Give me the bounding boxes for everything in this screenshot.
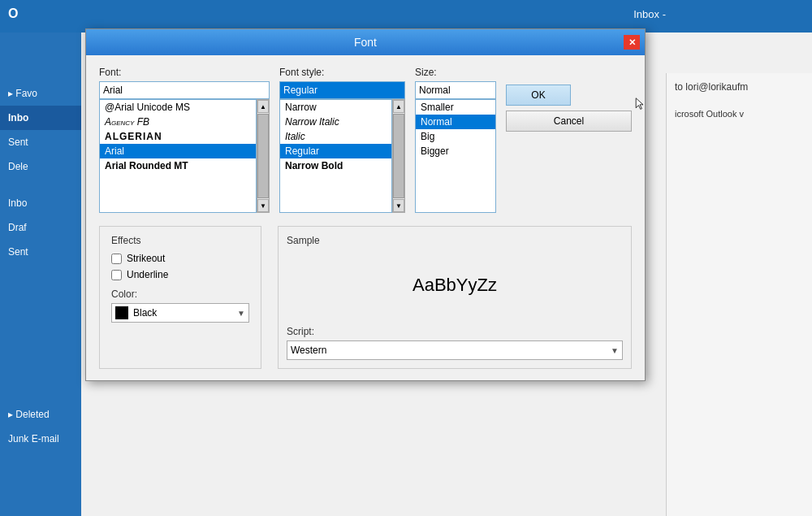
list-item-bigger[interactable]: Bigger xyxy=(416,144,495,158)
buttons-column: OK Cancel xyxy=(506,67,632,213)
font-list-wrap: @Arial Unicode MS Agency FB ALGERIAN Ari… xyxy=(99,99,270,213)
outlook-logo: O xyxy=(8,7,18,21)
list-item-italic[interactable]: Italic xyxy=(280,129,391,144)
list-item[interactable]: Arial Rounded MT xyxy=(100,158,256,173)
dialog-titlebar: Font ✕ xyxy=(86,29,645,55)
sidebar: ▸ Favo Inbo Sent Dele Inbo Draf Sent ▸ D… xyxy=(0,33,81,516)
font-list[interactable]: @Arial Unicode MS Agency FB ALGERIAN Ari… xyxy=(99,99,257,213)
size-column: Size: Smaller Normal Big Bigger xyxy=(415,67,496,213)
scrollbar-down[interactable]: ▼ xyxy=(257,199,269,212)
strikeout-label: Strikeout xyxy=(127,253,165,264)
script-select[interactable]: Western ▼ xyxy=(287,340,623,360)
style-label: Font style: xyxy=(279,67,405,78)
strikeout-row: Strikeout xyxy=(111,253,249,264)
dialog-body: Font: @Arial Unicode MS Agency FB ALGERI… xyxy=(86,55,645,380)
sample-box: Sample AaBbYyZz Script: Western ▼ xyxy=(278,226,632,369)
list-item[interactable]: @Arial Unicode MS xyxy=(100,100,256,115)
sample-label: Sample xyxy=(287,235,623,246)
sidebar-item-deleted2[interactable]: ▸ Deleted xyxy=(0,402,81,427)
list-item-normal[interactable]: Normal xyxy=(416,115,495,129)
scrollbar-up[interactable]: ▲ xyxy=(393,100,404,113)
style-column: Font style: Narrow Narrow Italic Italic … xyxy=(279,67,405,213)
script-section: Script: Western ▼ xyxy=(287,326,623,360)
sample-display: AaBbYyZz xyxy=(287,253,623,318)
underline-row: Underline xyxy=(111,269,249,280)
cancel-button[interactable]: Cancel xyxy=(506,111,632,132)
sidebar-item-junk[interactable]: Junk E-mail xyxy=(0,427,81,451)
font-column: Font: @Arial Unicode MS Agency FB ALGERI… xyxy=(99,67,270,213)
size-label: Size: xyxy=(415,67,496,78)
scrollbar-up[interactable]: ▲ xyxy=(257,100,269,113)
list-item-big[interactable]: Big xyxy=(416,129,495,144)
color-row: Color: Black ▼ xyxy=(111,288,249,323)
list-item-narrow-italic[interactable]: Narrow Italic xyxy=(280,115,391,129)
dialog-title: Font xyxy=(354,36,377,49)
bottom-section: Effects Strikeout Underline Color: Black… xyxy=(99,226,632,369)
script-label: Script: xyxy=(287,326,623,337)
style-list-wrap: Narrow Narrow Italic Italic Regular Narr… xyxy=(279,99,405,213)
style-scrollbar[interactable]: ▲ ▼ xyxy=(392,99,405,213)
style-input[interactable] xyxy=(279,81,405,99)
underline-checkbox[interactable] xyxy=(111,270,122,280)
inbox-title: Inbox - xyxy=(633,8,666,20)
sidebar-item-inbox[interactable]: Inbo xyxy=(0,106,81,130)
underline-label: Underline xyxy=(127,269,168,280)
sidebar-item-deleted[interactable]: Dele xyxy=(0,154,81,179)
list-item-narrow[interactable]: Narrow xyxy=(280,100,391,115)
color-swatch xyxy=(115,306,128,319)
font-input[interactable] xyxy=(99,81,270,99)
list-item[interactable]: Agency FB xyxy=(100,115,256,129)
cursor-icon xyxy=(633,98,646,111)
effects-label: Effects xyxy=(111,235,249,246)
sample-text: AaBbYyZz xyxy=(412,275,497,296)
list-item-regular[interactable]: Regular xyxy=(280,144,391,158)
sidebar-item-inbox2[interactable]: Inbo xyxy=(0,191,81,215)
color-label: Color: xyxy=(111,288,249,300)
color-value: Black xyxy=(133,307,157,319)
close-button[interactable]: ✕ xyxy=(624,35,640,50)
sidebar-item-sent2[interactable]: Sent xyxy=(0,240,81,264)
list-item-smaller[interactable]: Smaller xyxy=(416,100,495,115)
sidebar-item-sent[interactable]: Sent xyxy=(0,130,81,154)
chevron-down-icon: ▼ xyxy=(611,346,619,355)
size-list[interactable]: Smaller Normal Big Bigger xyxy=(415,99,496,213)
scrollbar-down[interactable]: ▼ xyxy=(393,199,404,212)
color-select[interactable]: Black ▼ xyxy=(111,303,249,323)
list-item-arial[interactable]: Arial xyxy=(100,144,256,158)
top-section: Font: @Arial Unicode MS Agency FB ALGERI… xyxy=(99,67,632,213)
ok-button[interactable]: OK xyxy=(506,85,571,106)
font-scrollbar[interactable]: ▲ ▼ xyxy=(257,99,270,213)
scrollbar-thumb[interactable] xyxy=(257,114,269,198)
font-label: Font: xyxy=(99,67,270,78)
scrollbar-thumb[interactable] xyxy=(393,114,404,198)
effects-box: Effects Strikeout Underline Color: Black… xyxy=(99,226,261,369)
font-dialog: Font ✕ Font: @Arial Unicode MS Agency FB… xyxy=(85,28,646,381)
chevron-down-icon: ▼ xyxy=(237,309,245,318)
size-input[interactable] xyxy=(415,81,496,99)
outlook-titlebar: O Inbox - xyxy=(0,0,812,33)
right-panel: to lori@lorikaufm icrosoft Outlook v xyxy=(666,73,812,516)
style-list[interactable]: Narrow Narrow Italic Italic Regular Narr… xyxy=(279,99,392,213)
script-value: Western xyxy=(291,345,326,356)
sidebar-item-drafts[interactable]: Draf xyxy=(0,215,81,240)
sidebar-item-favorites[interactable]: ▸ Favo xyxy=(0,81,81,106)
strikeout-checkbox[interactable] xyxy=(111,254,122,264)
list-item[interactable]: ALGERIAN xyxy=(100,129,256,144)
list-item-narrow-bold[interactable]: Narrow Bold xyxy=(280,158,391,173)
